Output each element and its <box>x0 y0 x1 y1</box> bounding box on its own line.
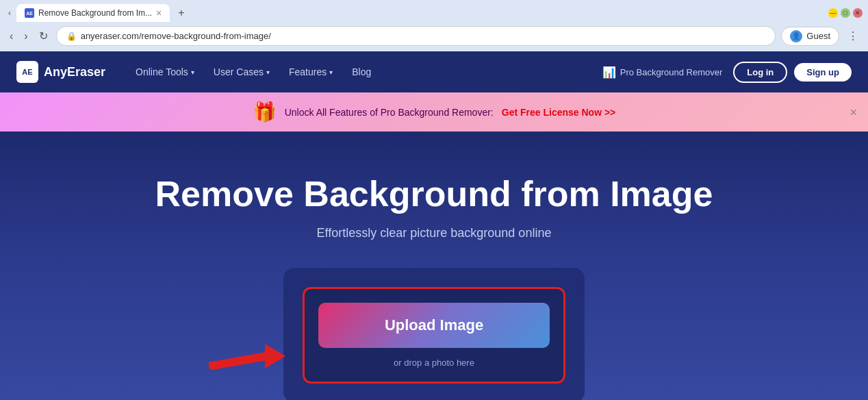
tab-favicon: AE <box>25 8 34 18</box>
promo-banner: 🎁 Unlock All Features of Pro Background … <box>0 92 868 132</box>
signup-button[interactable]: Sign up <box>794 63 852 82</box>
login-button[interactable]: Log in <box>733 62 787 83</box>
tab-bar: ‹ AE Remove Background from Im... × + — … <box>0 0 868 22</box>
more-options-button[interactable]: ⋮ <box>845 27 861 45</box>
brand-logo: AE <box>16 61 38 83</box>
maximize-button[interactable]: □ <box>841 8 850 18</box>
profile-button[interactable]: 👤 Guest <box>781 27 839 46</box>
banner-text: Unlock All Features of Pro Background Re… <box>285 107 494 118</box>
banner-close-button[interactable]: × <box>850 105 857 119</box>
gift-icon: 🎁 <box>253 101 277 123</box>
upload-drop-zone[interactable]: Upload Image or drop a photo here <box>303 287 565 384</box>
minimize-button[interactable]: — <box>828 8 838 18</box>
url-text: anyeraser.com/remove-background-from-ima… <box>81 31 766 41</box>
upload-container: Upload Image or drop a photo here <box>283 268 585 400</box>
drop-hint: or drop a photo here <box>318 358 550 368</box>
pro-background-remover-link[interactable]: 📊 Pro Background Remover <box>602 66 723 79</box>
nav-item-online-tools[interactable]: Online Tools ▾ <box>126 51 204 92</box>
nav-item-blog[interactable]: Blog <box>342 51 381 92</box>
forward-button[interactable]: › <box>21 28 30 45</box>
nav-label-online-tools: Online Tools <box>136 66 188 77</box>
browser-toolbar: ‹ › ↻ 🔒 anyeraser.com/remove-background-… <box>0 22 868 51</box>
nav-label-blog: Blog <box>352 66 371 77</box>
hero-title: Remove Background from Image <box>16 173 852 215</box>
hero-subtitle: Effortlessly clear picture background on… <box>16 226 852 240</box>
banner-link[interactable]: Get Free License Now >> <box>502 107 616 118</box>
chevron-down-icon: ▾ <box>329 68 333 76</box>
window-controls: — □ ✕ <box>828 8 863 18</box>
tab-title: Remove Background from Im... <box>38 8 152 18</box>
arrow-indicator <box>208 344 285 368</box>
brand-name: AnyEraser <box>44 65 105 79</box>
tab-close-button[interactable]: × <box>156 8 162 18</box>
browser-window: ‹ AE Remove Background from Im... × + — … <box>0 0 868 51</box>
upload-image-button[interactable]: Upload Image <box>318 303 550 348</box>
active-tab[interactable]: AE Remove Background from Im... × <box>16 4 170 22</box>
nav-item-features[interactable]: Features ▾ <box>279 51 342 92</box>
profile-label: Guest <box>806 31 830 41</box>
address-bar[interactable]: 🔒 anyeraser.com/remove-background-from-i… <box>56 26 776 46</box>
nav-label-user-cases: User Cases <box>214 66 264 77</box>
hero-section: Remove Background from Image Effortlessl… <box>0 132 868 400</box>
pro-icon: 📊 <box>602 66 616 79</box>
back-button[interactable]: ‹ <box>7 28 16 45</box>
pro-label: Pro Background Remover <box>620 67 723 77</box>
main-navbar: AE AnyEraser Online Tools ▾ User Cases ▾… <box>0 51 868 92</box>
refresh-button[interactable]: ↻ <box>36 28 51 45</box>
brand-logo-area[interactable]: AE AnyEraser <box>16 61 105 83</box>
profile-icon: 👤 <box>790 30 802 42</box>
new-tab-button[interactable]: + <box>173 4 190 22</box>
tab-list-button[interactable]: ‹ <box>5 5 14 21</box>
nav-links: Online Tools ▾ User Cases ▾ Features ▾ B… <box>126 51 852 92</box>
lock-icon: 🔒 <box>66 32 77 41</box>
chevron-down-icon: ▾ <box>266 68 270 76</box>
nav-label-features: Features <box>289 66 327 77</box>
nav-item-user-cases[interactable]: User Cases ▾ <box>204 51 279 92</box>
close-button[interactable]: ✕ <box>853 8 863 18</box>
chevron-down-icon: ▾ <box>191 68 194 76</box>
